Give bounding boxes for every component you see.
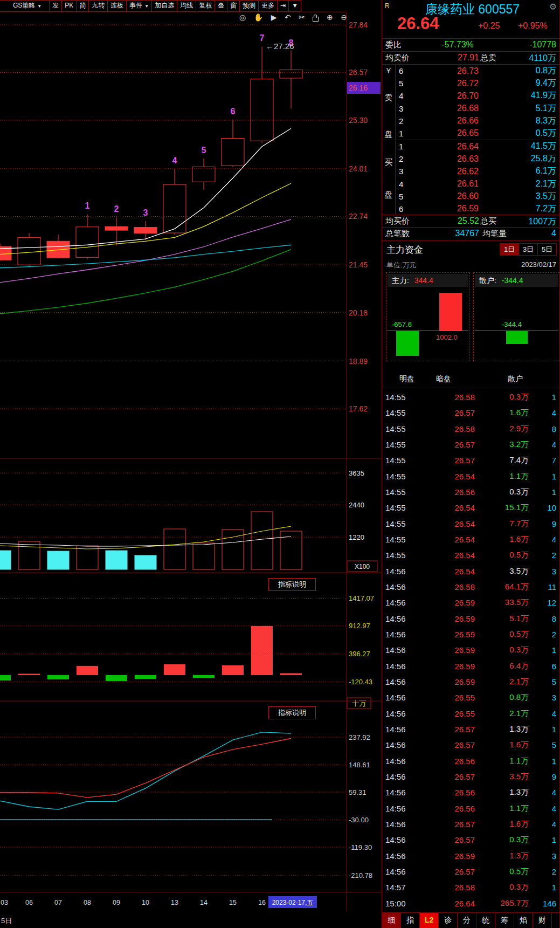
toolbar-button-事件[interactable]: 事件▼ — [126, 0, 152, 12]
trade-price: 26.57 — [417, 740, 475, 750]
mingpan-value: -657.6 — [392, 320, 412, 328]
bottom-tab-L2[interactable]: L2 — [420, 913, 439, 928]
toolbar-button-窗[interactable]: 窗 — [227, 0, 240, 12]
fund-tab-1日[interactable]: 1日 — [500, 243, 519, 256]
bottom-tab-bar: 细指L2诊分统筹焰财 — [382, 912, 559, 928]
indicator-help-button-2[interactable]: 指标说明 — [268, 706, 316, 719]
indicator2-axis-label: 59.31 — [349, 788, 367, 796]
trade-volume: 0.5万 — [475, 867, 529, 877]
undo-icon[interactable]: ↶ — [285, 12, 291, 22]
toolbar-button-复权[interactable]: 复权 — [196, 0, 215, 12]
x-axis-date-label: 13 — [171, 899, 178, 906]
toolbar-button-均线[interactable]: 均线 — [177, 0, 196, 12]
trade-volume: 1.3万 — [475, 724, 529, 734]
trade-volume: 3.5万 — [475, 772, 529, 782]
volume-axis-label: 2440 — [349, 501, 364, 509]
gear-icon[interactable]: ⚙ — [549, 2, 557, 12]
toolbar-button-连板[interactable]: 连板 — [107, 0, 127, 12]
nine-turn-marker: 7 — [260, 33, 265, 43]
level-number: 3 — [399, 104, 410, 113]
bottom-left-partial-label: 5日 — [1, 917, 12, 925]
scissors-icon[interactable]: ✂ — [299, 12, 305, 22]
trade-row: 14:5626.595.1万8 — [382, 611, 559, 627]
sell-char: 卖 — [382, 93, 395, 103]
trade-time: 14:56 — [382, 740, 417, 750]
play-icon[interactable]: ▶ — [271, 12, 277, 22]
mingpan-label: 明盘 — [399, 374, 414, 384]
caret-down-icon[interactable]: ▼ — [288, 0, 301, 12]
fund-tab-5日[interactable]: 5日 — [537, 243, 557, 256]
trade-volume: 6.4万 — [475, 661, 529, 671]
level-price: 26.70 — [410, 91, 479, 101]
toolbar-button-叠[interactable]: 叠 — [215, 0, 227, 12]
candle-body — [280, 70, 302, 78]
bottom-tab-细[interactable]: 细 — [382, 913, 401, 928]
trade-time: 14:56 — [382, 693, 417, 702]
toolbar-button-发[interactable]: 发 — [49, 0, 62, 12]
trade-volume: 1.6万 — [475, 819, 529, 829]
bottom-tab-指[interactable]: 指 — [401, 913, 420, 928]
toolbar-button-九转[interactable]: 九转 — [88, 0, 108, 12]
trade-count: 2 — [529, 551, 559, 560]
book-level-row: 426.612.1万 — [396, 177, 559, 190]
lock-icon[interactable] — [313, 17, 319, 22]
mingpan-bar — [396, 331, 419, 356]
x-axis-date-label: 10 — [142, 899, 149, 906]
bottom-tab-焰[interactable]: 焰 — [514, 913, 533, 928]
trade-count: 9 — [529, 772, 559, 781]
ma-green — [0, 250, 291, 314]
trade-row: 14:5626.591.3万3 — [382, 848, 559, 864]
level-number: 6 — [399, 66, 410, 75]
trade-time: 14:56 — [382, 662, 417, 671]
indicator-help-button-1[interactable]: 指标说明 — [268, 578, 316, 591]
trade-count: 5 — [529, 740, 559, 750]
bottom-tab-筹[interactable]: 筹 — [495, 913, 514, 928]
trade-time: 15:00 — [382, 899, 417, 908]
trade-price: 26.54 — [417, 535, 475, 544]
level-amount: 0.8万 — [479, 65, 559, 77]
volume-bar — [164, 529, 185, 569]
volume-unit-text: X100 — [355, 563, 370, 570]
fund-tab-3日[interactable]: 3日 — [518, 243, 538, 256]
toolbar-button-GS策略[interactable]: GS策略▼ — [0, 0, 50, 12]
fund-retail-value: -344.4 — [502, 276, 523, 285]
bottom-tab-财[interactable]: 财 — [533, 913, 552, 928]
hand-icon[interactable]: ✋ — [254, 12, 263, 22]
zoom-out-icon[interactable]: ⊖ — [341, 12, 347, 22]
skip-to-end-icon[interactable]: ⇥ — [277, 0, 289, 12]
trade-price: 26.59 — [417, 677, 475, 686]
level-number: 2 — [399, 154, 410, 163]
toolbar-button-加自选[interactable]: 加自选 — [151, 0, 177, 12]
book-level-row: 326.626.1万 — [396, 165, 559, 177]
x-axis-date-label: 14 — [200, 899, 208, 906]
volume-chart — [0, 512, 302, 569]
indicator1-bar — [251, 626, 273, 675]
sanhu-value: -344.4 — [502, 320, 522, 328]
x-axis-date-label: 16 — [258, 899, 266, 906]
bottom-tab-统[interactable]: 统 — [476, 913, 495, 928]
toolbar-button-简[interactable]: 简 — [76, 0, 89, 12]
total-sell-value: 4110万 — [529, 53, 556, 64]
zoom-in-icon[interactable]: ⊕ — [327, 12, 333, 22]
trade-price: 26.55 — [417, 709, 475, 718]
bottom-tab-分[interactable]: 分 — [458, 913, 476, 928]
current-price-badge-text: 26.16 — [349, 84, 368, 92]
buy-char: 买 — [382, 157, 395, 168]
bottom-tab-诊[interactable]: 诊 — [439, 913, 458, 928]
trade-volume: 0.3万 — [475, 392, 529, 402]
toolbar-button-PK[interactable]: PK — [61, 0, 77, 12]
trade-time: 14:56 — [382, 820, 417, 829]
top-toolbar: GS策略▼发PK简九转连板事件▼加自选均线复权叠窗预测更多⇥▼ — [0, 0, 301, 12]
indicator1-bar — [193, 675, 215, 678]
trade-price: 26.59 — [417, 630, 475, 639]
trade-price: 26.55 — [417, 693, 475, 702]
price-axis-label: 24.01 — [349, 164, 368, 173]
eye-icon[interactable]: ◎ — [239, 12, 246, 22]
trade-volume: 7.7万 — [475, 519, 529, 529]
trade-volume: 1.6万 — [475, 534, 529, 545]
tick-trade-list[interactable]: 14:5526.580.3万114:5526.571.6万414:5526.58… — [382, 389, 559, 912]
toolbar-button-更多[interactable]: 更多 — [258, 0, 278, 12]
indicator1-bar — [135, 675, 156, 679]
trade-time: 14:55 — [382, 456, 417, 465]
toolbar-button-预测[interactable]: 预测 — [239, 0, 259, 12]
